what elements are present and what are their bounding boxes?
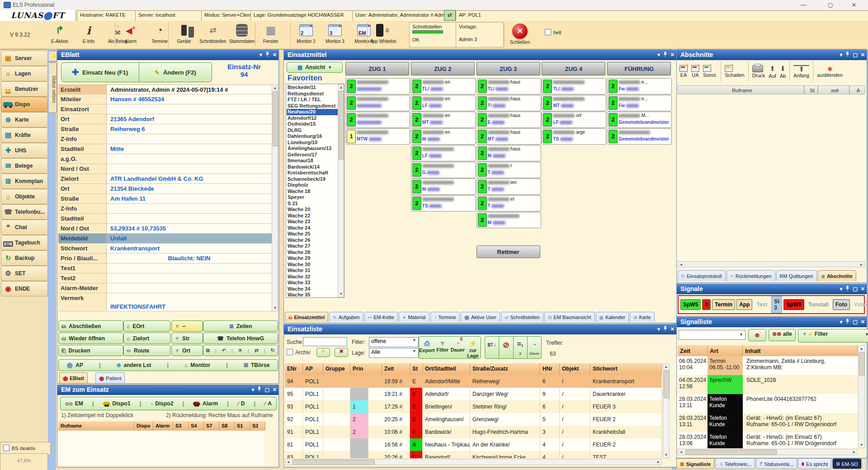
em-toolbar-alarm[interactable]: Alarm [193,400,218,407]
zug-header-1[interactable]: ZUG 1 [345,62,409,75]
filter-clear-button[interactable]: ✖ [335,348,348,357]
em-tile[interactable]: 2 hausMT [476,128,541,145]
quick-status-tab[interactable]: ⚡ [49,51,57,61]
em-tile[interactable]: 2 hausT/ [476,95,541,111]
zug-header-5[interactable]: FÜHRUNG [607,62,671,75]
pin-icon[interactable] [265,52,269,58]
ten-min-button[interactable]: ◔10min [527,337,541,358]
em-toolbar-dispo2[interactable]: ◔Dispo2 [150,400,173,407]
sidebar-item-set[interactable]: ⚙SET [1,266,48,281]
favorite-item[interactable]: Wache 22 [287,213,338,219]
signalliste-column-header[interactable]: Art [708,345,743,356]
favorite-item[interactable]: Wache 31 [287,268,338,274]
status-setzen-tab[interactable]: Status setzen [49,62,57,113]
close-panel-icon[interactable]: ✕ [670,326,675,332]
em-tile[interactable]: 2 e...Fw [607,95,672,111]
button-tb-rse[interactable]: ⊞TBörse [244,362,269,368]
abschnitte-button-ua[interactable]: ★UA [691,65,699,78]
sidebar-item-krfte[interactable]: ▤Kräfte [1,127,48,143]
tab-r-ckmeldungen[interactable]: ✦Rückmeldungen [726,270,775,281]
em-tile[interactable]: 2 hausM [476,145,541,161]
signal-foto[interactable]: Foto [833,299,850,310]
collapse-panel-icon[interactable]: ▾ [657,326,660,332]
button-dauer[interactable]: ◔Dauer0 [450,337,466,358]
minimize-button[interactable]: — [793,0,814,10]
em-toolbar-a[interactable]: ∕A [264,400,272,407]
button-andere-lst[interactable]: ⊕andere Lst [116,362,151,368]
abschnitte-button-anfang[interactable]: ⬆Anfang [793,65,809,78]
einsatzliste-column-header[interactable]: Zeit [382,363,410,375]
collapse-panel-icon[interactable]: ▾ [840,52,843,58]
ansicht-button[interactable]: ▦Ansicht▼ [287,62,343,73]
toolbar-button-schnittstellen[interactable]: ⇄Schnittstellen [201,23,225,47]
einsatzliste-column-header[interactable]: St [410,363,423,375]
tab-schnittstellen[interactable]: ⇄Schnittstellen [501,312,543,322]
einsatzliste-column-header[interactable]: AP [303,363,323,375]
einsatzliste-column-header[interactable]: Straße/Zusatz [470,363,540,375]
aendern-button[interactable]: ✎Ändern (F2) [139,63,212,82]
collapse-panel-icon[interactable]: ▾ [840,286,843,292]
signal-spw9[interactable]: SpW9 [783,299,804,310]
favorite-item[interactable]: Adendorf/12 [287,115,338,122]
abschnitte-button-auf[interactable]: ⬆Auf [769,65,776,79]
tab-termine[interactable]: ◔Termine [430,312,460,322]
em-toolbar-d[interactable]: ∕D [238,400,245,407]
abschnitte-button-schaden[interactable]: ★Schaden [725,65,744,78]
einsatzliste-column-header[interactable]: HNr [540,363,560,375]
em-tile[interactable]: 2MT [542,95,606,111]
statusbar-tab-telefonein-[interactable]: ↴Telefonein... [715,458,755,469]
favorite-item[interactable]: Wache 29 [287,255,338,262]
collapse-panel-icon[interactable]: ▾ [840,319,843,325]
em-tile[interactable]: 2M [411,179,476,195]
em-tile[interactable]: 2 ienT [476,179,541,195]
abschnitte-column-header[interactable]: A [849,85,865,94]
sidebar-item-backup[interactable]: ↻Backup [1,250,48,266]
button-zur-lage[interactable]: ⚡zur Lage [465,337,481,358]
button-drucken[interactable]: ⎗Drucken [58,345,123,356]
favorite-item[interactable]: Ostheide/15 [287,121,338,127]
favorite-item[interactable]: Scharnebeck/19 [287,176,338,183]
em-tile[interactable]: 2 [345,78,410,94]
signalliste-column-header[interactable]: Inhalt [743,345,858,356]
sidebar-item-objekte[interactable]: ⌂Objekte [1,189,48,204]
sidebar-item-karte[interactable]: ⊕Karte [1,112,48,127]
tab-em-kette[interactable]: ⚯EM-Kette [364,312,398,322]
toolbar-button-alarm[interactable]: ◀+Alarm [118,23,143,47]
clear-signal-button[interactable]: ⊗ [748,329,766,341]
signal-filter-button[interactable]: ▼⚡ Filter▼ [798,329,868,343]
favorite-item[interactable]: Wache 24 [287,225,338,231]
einsatzliste-vscrollbar[interactable]: ▲▼ [663,363,670,458]
signalliste-hscrollbar[interactable]: ◄► [678,449,858,455]
filter-lightning-button[interactable]: ⚡ [316,348,330,357]
hell-checkbox-box[interactable] [545,29,551,35]
statusbar-tab-statusverla-[interactable]: ⁋Statusverla... [756,458,797,469]
signalliste-row[interactable]: 28.03.202413:06TelefonKundeGerät: - Hinw… [678,432,858,448]
toolbar-button-monitor-3[interactable]: 3Monitor 3 [323,23,347,47]
einsatzliste-row[interactable]: 93POL1117:29 #EBrietlingen/Stettiner Rin… [285,400,662,414]
count-12-button[interactable]: =12 [513,337,527,358]
signalliste-row[interactable]: 28.03.202413:11TelefonKundePhonerLite 00… [678,394,858,414]
einsatzliste-row[interactable]: 95POL119:21 #EAdendorf/Danziger Weg/9/Da… [285,388,662,401]
em-tile[interactable]: 2G [411,162,476,178]
close-panel-icon[interactable]: ✕ [861,52,865,58]
abschnitte-body[interactable] [678,94,865,261]
favorite-item[interactable]: Wache 28 [287,249,338,256]
einsatzliste-column-header[interactable]: Stichwort [590,363,662,375]
em-tile[interactable]: 2 M...Gemeindebrandmeister [607,112,672,128]
button-zielort[interactable]: ⌂Zielort [123,333,170,344]
em-tile[interactable]: 2 argeTS [542,128,606,145]
filter-button-ort[interactable]: ▼Ort [171,345,203,356]
em-tile[interactable]: 2 hausE [476,112,541,128]
abschnitte-button-ausblenden[interactable]: ◉ausblenden [817,65,843,78]
lage-select[interactable]: Alle▼ [369,348,419,358]
signal-st-3[interactable]: St 3 [771,296,782,313]
button-route[interactable]: ➪Route [123,345,170,356]
favorite-item[interactable]: Wache 26 [287,237,338,244]
favorite-item[interactable]: SEG Rettungsdienst [287,103,338,109]
favorite-item[interactable]: Wache 35 [287,292,338,298]
em-toolbar-em[interactable]: ⊙⊙EM [65,400,83,407]
favorites-scrollbar[interactable]: ▲▼ [338,84,344,297]
tab-einsatzprotokoll[interactable]: ⎗Einsatzprotokoll [678,270,726,281]
statusbar-tab-es-spricht[interactable]: ⬮Es spricht [798,458,832,469]
button-abschlie-en[interactable]: ⛀Abschließen [58,320,123,332]
